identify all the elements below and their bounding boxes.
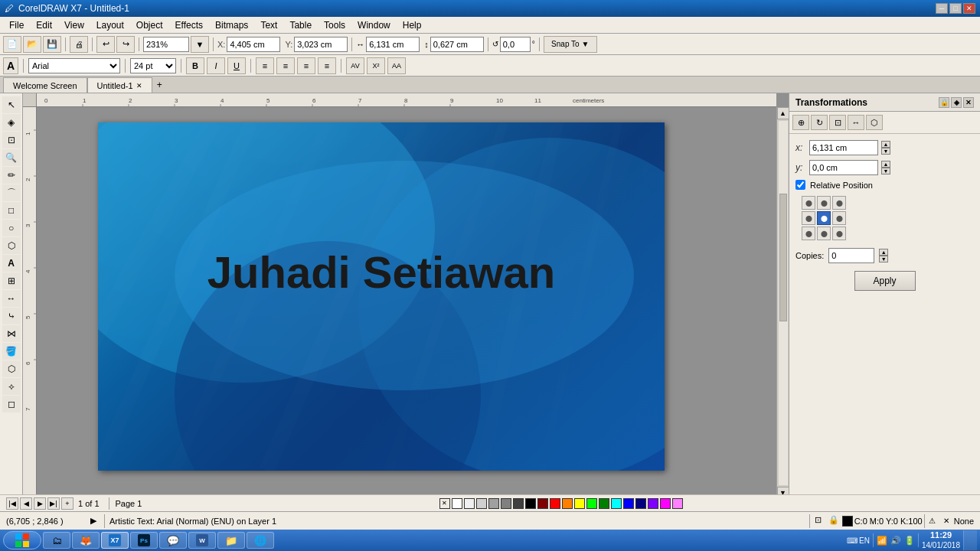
- black-swatch[interactable]: [525, 498, 536, 509]
- swatch-pink[interactable]: [672, 498, 683, 509]
- char-spacing-btn[interactable]: AV: [346, 57, 364, 74]
- transform-skew-btn[interactable]: ⬡: [866, 115, 883, 130]
- network-icon[interactable]: 📶: [877, 536, 887, 546]
- y-input[interactable]: [812, 163, 870, 172]
- last-page-btn[interactable]: ▶|: [47, 497, 60, 510]
- menu-edit[interactable]: Edit: [30, 18, 58, 32]
- start-button[interactable]: [3, 531, 41, 549]
- save-btn[interactable]: 💾: [43, 36, 61, 53]
- swatch-yellow[interactable]: [574, 498, 585, 509]
- pos-tm[interactable]: ⬤: [817, 196, 831, 210]
- panel-close-btn[interactable]: ✕: [963, 97, 974, 108]
- table-tool[interactable]: ⊞: [2, 272, 21, 289]
- menu-bitmaps[interactable]: Bitmaps: [209, 18, 254, 32]
- status-snap-btn[interactable]: ⊡: [815, 515, 827, 527]
- canvas-scroll[interactable]: Juhadi Setiawan: [37, 107, 789, 499]
- undo-btn[interactable]: ↩: [96, 36, 115, 53]
- taskbar-coreldraw[interactable]: X7: [101, 532, 129, 549]
- swatch-4[interactable]: [501, 498, 511, 509]
- pos-ml[interactable]: ⬤: [802, 211, 815, 225]
- first-page-btn[interactable]: |◀: [6, 497, 18, 510]
- snap-to-dropdown[interactable]: Snap To ▼: [544, 36, 597, 53]
- vertical-scrollbar[interactable]: ▲ ▼: [776, 107, 789, 499]
- select-tool[interactable]: ↖: [2, 96, 21, 113]
- taskbar-firefox[interactable]: 🦊: [72, 532, 100, 549]
- tab-untitled1[interactable]: Untitled-1 ✕: [87, 77, 152, 93]
- transform-size-btn[interactable]: ↔: [848, 115, 864, 130]
- smart-draw-tool[interactable]: ⌒: [2, 184, 21, 201]
- blend-tool[interactable]: ⋈: [2, 325, 21, 342]
- swatch-orange[interactable]: [562, 498, 573, 509]
- outline-tool[interactable]: ◻: [2, 396, 21, 412]
- x-spin-up[interactable]: ▲: [881, 141, 890, 148]
- coord-y-input[interactable]: [294, 37, 348, 52]
- swatch-3[interactable]: [488, 498, 499, 509]
- swatch-5[interactable]: [513, 498, 524, 509]
- zoom-dropdown[interactable]: ▼: [191, 36, 209, 53]
- apply-button[interactable]: Apply: [854, 271, 916, 291]
- menu-layout[interactable]: Layout: [90, 18, 130, 32]
- dim-tool[interactable]: ↔: [2, 290, 21, 307]
- tab-close-icon[interactable]: ✕: [136, 82, 142, 90]
- taskbar-imo[interactable]: 💬: [159, 532, 187, 549]
- volume-icon[interactable]: 🔊: [890, 536, 901, 546]
- pos-bl[interactable]: ⬤: [802, 227, 815, 240]
- scroll-up-btn[interactable]: ▲: [777, 107, 789, 119]
- swatch-r1[interactable]: [537, 498, 548, 509]
- shape-tool[interactable]: ◈: [2, 114, 21, 131]
- crop-tool[interactable]: ⊡: [2, 132, 21, 148]
- swatch-navy[interactable]: [635, 498, 646, 509]
- copies-spin-up[interactable]: ▲: [879, 249, 888, 256]
- swatch-dkgreen[interactable]: [599, 498, 609, 509]
- taskbar-photoshop[interactable]: Ps: [130, 532, 158, 549]
- bold-btn[interactable]: B: [186, 57, 204, 74]
- swatch-magenta[interactable]: [660, 498, 671, 509]
- swatch-green[interactable]: [586, 498, 597, 509]
- font-tool[interactable]: A: [3, 57, 18, 74]
- taskbar-word[interactable]: W: [188, 532, 216, 549]
- battery-icon[interactable]: 🔋: [904, 536, 915, 546]
- menu-effects[interactable]: Effects: [169, 18, 209, 32]
- menu-object[interactable]: Object: [130, 18, 169, 32]
- rect-tool[interactable]: □: [2, 202, 21, 219]
- taskbar-browser[interactable]: 🌐: [247, 532, 274, 549]
- maximize-btn[interactable]: □: [949, 3, 962, 14]
- tab-welcome[interactable]: Welcome Screen: [3, 77, 87, 93]
- swatch-purple[interactable]: [648, 498, 658, 509]
- underline-btn[interactable]: U: [227, 57, 246, 74]
- relative-position-checkbox[interactable]: [795, 180, 805, 190]
- y-spin-up[interactable]: ▲: [881, 161, 890, 168]
- font-size-select[interactable]: 24 pt: [130, 58, 176, 73]
- pos-tl[interactable]: ⬤: [802, 196, 815, 210]
- taskbar-clock[interactable]: 11:29 14/01/2018: [922, 530, 960, 549]
- text-tool[interactable]: A: [2, 255, 21, 272]
- white-swatch[interactable]: [452, 498, 462, 509]
- canvas-text[interactable]: Juhadi Setiawan: [207, 246, 555, 298]
- swatch-cyan[interactable]: [611, 498, 622, 509]
- no-fill-swatch[interactable]: ✕: [439, 498, 450, 509]
- font-name-select[interactable]: Arial: [28, 58, 120, 73]
- ellipse-tool[interactable]: ○: [2, 220, 21, 236]
- new-btn[interactable]: 📄: [3, 36, 21, 53]
- scroll-v-thumb[interactable]: [779, 194, 787, 321]
- x-input[interactable]: [812, 143, 870, 152]
- superscript-btn[interactable]: X²: [367, 57, 385, 74]
- menu-tools[interactable]: Tools: [318, 18, 351, 32]
- height-input[interactable]: [430, 37, 484, 52]
- open-btn[interactable]: 📂: [23, 36, 41, 53]
- copies-input[interactable]: [828, 248, 874, 263]
- prev-page-btn[interactable]: ◀: [20, 497, 32, 510]
- zoom-input[interactable]: [143, 37, 189, 52]
- close-btn[interactable]: ✕: [963, 3, 975, 14]
- align-center-btn[interactable]: ≡: [276, 57, 295, 74]
- status-err-btn[interactable]: ✕: [940, 515, 952, 527]
- status-lock-btn[interactable]: 🔒: [828, 515, 841, 527]
- polygon-tool[interactable]: ⬡: [2, 237, 21, 254]
- align-right-btn[interactable]: ≡: [297, 57, 315, 74]
- panel-lock-btn[interactable]: 🔒: [939, 97, 949, 108]
- minimize-btn[interactable]: ─: [936, 3, 948, 14]
- coord-x-input[interactable]: [227, 37, 280, 52]
- swatch-2[interactable]: [476, 498, 487, 509]
- swatch-r2[interactable]: [550, 498, 560, 509]
- menu-file[interactable]: File: [3, 18, 30, 32]
